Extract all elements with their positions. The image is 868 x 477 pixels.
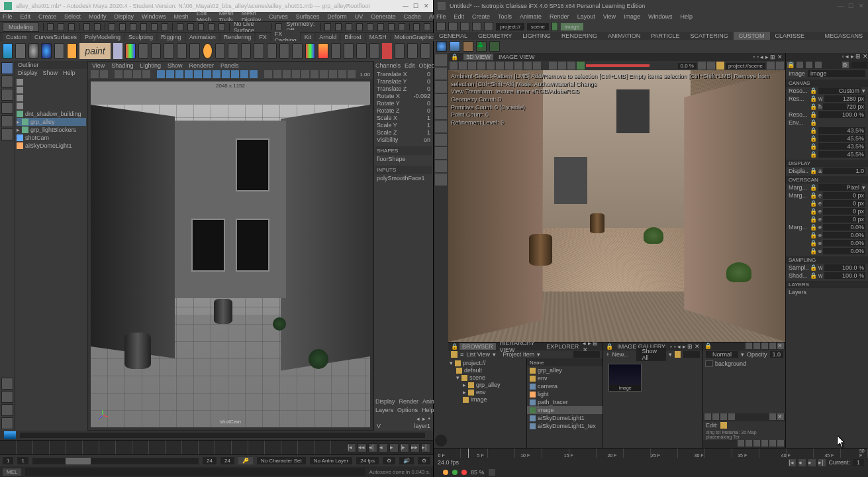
maya-logo-icon (4, 431, 16, 439)
maya-shelf-tabs[interactable]: CustomCurvesSurfaces PolyModelingSculpti… (0, 32, 433, 41)
rotate-tool-icon[interactable] (1, 115, 13, 127)
resolution-label: 2048 x 1152 (216, 83, 245, 89)
paint-select-tool-icon[interactable] (1, 89, 13, 101)
clarisse-status-bar: 85 % (434, 468, 868, 477)
anim-layer-dropdown[interactable]: No Anim Layer (310, 457, 352, 464)
globe-icon (436, 41, 447, 52)
nav-back-icon (436, 22, 446, 31)
outliner-title: Outliner (15, 61, 87, 69)
maya-menubar[interactable]: FileEditCreate SelectModifyDisplay Windo… (0, 12, 433, 21)
clarisse-vp-toolbar[interactable]: 0.0 % project://scene (448, 61, 785, 70)
folder-icon (451, 351, 458, 358)
maya-range-slider[interactable]: 1 1 24 24 🔑 No Character Set No Anim Lay… (0, 454, 433, 466)
maya-command-line: MEL Autosave done in 0.043 s. (0, 466, 433, 477)
new-scene-icon[interactable] (47, 23, 54, 31)
fps-dropdown[interactable]: 24 fps (356, 457, 379, 464)
clarisse-timeline: 0 F 5 F 10 F 15 F 20 F 25 F 30 F 35 F 40… (434, 448, 868, 468)
maya-app-icon (4, 2, 12, 10)
spider-shelf-icon[interactable] (113, 43, 123, 59)
move-tool-icon[interactable] (1, 102, 13, 114)
layout-4-icon[interactable] (1, 417, 13, 429)
layout-1-icon[interactable] (1, 378, 13, 390)
svg-line-0 (103, 415, 108, 417)
select-tool-icon (435, 54, 447, 66)
maya-status-line[interactable]: Modeling No Live Surface Symmetry: Off (0, 21, 433, 32)
browser-list[interactable]: grp_alley env camera light path_tracer i… (527, 366, 603, 430)
select-tool-icon[interactable] (1, 62, 13, 74)
svg-line-2 (99, 415, 103, 419)
layout-3-icon[interactable] (1, 404, 13, 416)
display-layer[interactable]: V layer1 (375, 423, 432, 429)
clarisse-title: Untitled* --- Isotropix Clarisse iFX 4.0… (450, 3, 645, 9)
folder-icon (675, 351, 680, 358)
refresh-icon (460, 22, 469, 31)
clarisse-toolbar[interactable]: project:// scene image (434, 21, 868, 32)
view-axis-icon (96, 409, 109, 422)
maya-title: alley_shot01.mb* - Autodesk Maya 2020.4 … (16, 3, 370, 9)
browser-tabs[interactable]: 🔒 BROWSER HIERARCHY VIEW EXPLORER ◂ ▸ ⊞ … (448, 343, 603, 350)
color-swatch[interactable] (435, 435, 447, 447)
scale-tool-icon[interactable] (1, 129, 13, 140)
layers-list[interactable]: background (703, 358, 785, 413)
char-set-dropdown[interactable]: No Character Set (257, 457, 306, 464)
maya-shelf[interactable]: paint (0, 41, 433, 61)
window-controls[interactable]: — ☐ ✕ (838, 3, 864, 9)
gallery-thumbnail[interactable]: image (608, 364, 642, 392)
lock-icon: 🔒 (787, 62, 794, 68)
blend-mode-dropdown: Normal (706, 351, 738, 358)
go-start-icon: |◂ (789, 459, 796, 466)
mode-dropdown[interactable]: Modeling (3, 23, 39, 32)
error-led-icon (461, 470, 467, 475)
scrubber[interactable] (20, 433, 425, 438)
outliner-menu[interactable]: DisplayShowHelp (15, 69, 87, 77)
search-input[interactable] (573, 351, 600, 358)
clarisse-app-icon (438, 2, 446, 10)
camera-label: shotCam (220, 419, 241, 425)
outliner-tree[interactable]: dnt_shadow_building ▸grp_alley ▸grp_ligh… (15, 77, 87, 431)
clarisse-shelf-tabs[interactable]: GENERALGEOMETRY LIGHTINGRENDERING ANIMAT… (434, 32, 868, 40)
channel-box: ChannelsEdit ObjectShow Translate X0 Tra… (373, 61, 433, 431)
viewport-overlay: Ambient-Select-Pattern [LMB] Add/Remove … (451, 73, 785, 127)
save-icon[interactable] (68, 23, 75, 31)
command-input[interactable] (25, 468, 365, 476)
tree-icon: 🌲 (476, 41, 487, 52)
status-icon (489, 469, 495, 476)
key-icon[interactable]: 🔑 (238, 457, 253, 464)
viewport-menu[interactable]: ViewShading LightingShow RendererPanels (88, 62, 373, 70)
viewport-toolbar[interactable]: 1.00 (88, 70, 373, 79)
clarisse-menubar[interactable]: FileEditCreate ToolsAnimateRender Layout… (434, 12, 868, 21)
maya-titlebar: alley_shot01.mb* - Autodesk Maya 2020.4 … (0, 0, 433, 12)
progress-bar (586, 64, 677, 67)
window-controls[interactable]: — ☐ ✕ (403, 3, 429, 9)
playhead[interactable] (468, 449, 469, 458)
clarisse-vp-tabs[interactable]: 🔒 3D VIEW IMAGE VIEW ▫ ▫ ◂ ▸ ⊞ ✕ (448, 53, 785, 61)
outliner-node-selected: ▸grp_alley (17, 118, 86, 126)
breadcrumb-current[interactable]: image (561, 23, 583, 30)
lock-icon: 🔒 (704, 343, 712, 350)
maya-timeline: |◂◂◂◂| ◂▸ |▸▸▸▸| (0, 440, 433, 454)
viewport-canvas[interactable]: 2048 x 1152 shotCam (91, 81, 370, 427)
paint-shelf-button[interactable]: paint (79, 43, 110, 59)
clarisse-shelf[interactable]: 🌲 (434, 40, 868, 53)
browser-tree[interactable]: ▾project:// default ▾scene ▸grp_alley ▸e… (448, 358, 526, 448)
go-end-icon: ▸| (421, 443, 430, 452)
maya-toolbox[interactable] (0, 61, 15, 431)
open-icon[interactable] (58, 23, 64, 31)
clarisse-viewport-canvas[interactable]: Ambient-Select-Pattern [LMB] Add/Remove … (448, 70, 785, 342)
lock-icon: 🔒 (606, 343, 613, 350)
layers-header[interactable]: 🔒 ✕ (703, 343, 785, 350)
layout-2-icon[interactable] (1, 391, 13, 403)
attr-search-input (851, 62, 867, 68)
warning-led-icon (443, 470, 448, 475)
clarisse-tool-column[interactable] (434, 53, 448, 448)
channel-tabs[interactable]: ChannelsEdit ObjectShow (375, 62, 432, 70)
folder-icon (720, 422, 727, 429)
lock-icon: 🔒 (451, 54, 458, 60)
mel-label[interactable]: MEL (3, 468, 21, 476)
playback-controls[interactable]: |◂◂◂◂| ◂▸ |▸▸▸▸| (344, 443, 433, 452)
maya-viewport: ViewShading LightingShow RendererPanels … (87, 61, 373, 431)
attribute-editor: ▫ ◂ ▸ ⊞ ✕ 🔒 ⚙ Image image CANVAS Reso...… (785, 53, 868, 448)
red-shelf-icon[interactable] (382, 43, 392, 59)
ok-led-icon (452, 470, 458, 475)
lasso-tool-icon[interactable] (1, 76, 13, 87)
